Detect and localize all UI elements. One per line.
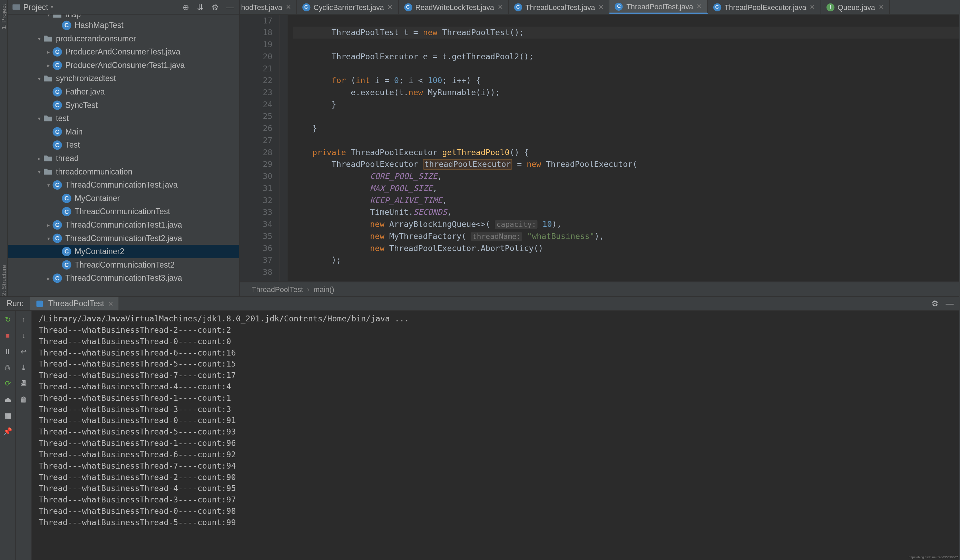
stop-icon[interactable]: ■: [3, 331, 13, 340]
tree-row[interactable]: CMyContainer: [8, 192, 239, 205]
project-panel-title[interactable]: Project ▾: [12, 2, 53, 12]
tree-row[interactable]: ▸CProducerAndConsumerTest1.java: [8, 59, 239, 72]
tree-row[interactable]: CThreadCommunicationTest: [8, 205, 239, 218]
tree-arrow-icon[interactable]: ▸: [45, 222, 52, 228]
tree-row[interactable]: CSyncTest: [8, 99, 239, 112]
code-line[interactable]: MAX_POOL_SIZE,: [293, 182, 959, 195]
trash-icon[interactable]: 🗑: [19, 394, 28, 404]
tree-arrow-icon[interactable]: ▾: [45, 235, 52, 241]
editor-tab[interactable]: CThreadLocalTest.java✕: [509, 0, 610, 14]
close-icon[interactable]: ✕: [878, 3, 884, 11]
tree-row[interactable]: ▾synchronizedtest: [8, 72, 239, 85]
tree-row[interactable]: ▾CThreadCommunicationTest2.java: [8, 232, 239, 245]
code-line[interactable]: new ThreadPoolExecutor.AbortPolicy(): [293, 243, 959, 254]
down-icon[interactable]: ↓: [19, 331, 28, 340]
tree-row[interactable]: CMain: [8, 125, 239, 139]
code-line[interactable]: [293, 38, 959, 51]
code-editor[interactable]: 1718192021222324252627282930313233343536…: [240, 14, 959, 281]
gear-icon[interactable]: ⚙: [930, 298, 940, 309]
code-content[interactable]: ThreadPoolTest t = new ThreadPoolTest();…: [288, 14, 959, 281]
code-line[interactable]: ThreadPoolExecutor e = t.getThreadPool2(…: [293, 51, 959, 63]
tree-arrow-icon[interactable]: ▾: [45, 14, 52, 18]
hide-icon[interactable]: —: [944, 298, 955, 309]
tree-row[interactable]: CThreadCommunicationTest2: [8, 258, 239, 272]
exit-icon[interactable]: ⏏: [3, 394, 13, 404]
tree-arrow-icon[interactable]: ▸: [45, 49, 52, 55]
code-line[interactable]: [293, 62, 959, 75]
layout-icon[interactable]: ▦: [3, 411, 13, 420]
close-icon[interactable]: ✕: [286, 3, 291, 11]
pin-icon[interactable]: 📌: [3, 426, 13, 436]
tree-row[interactable]: ▾threadcommunication: [8, 165, 239, 179]
rerun-icon[interactable]: ↻: [3, 315, 13, 324]
softwrap-icon[interactable]: ↩: [19, 347, 28, 356]
hide-icon[interactable]: —: [224, 2, 235, 13]
scroll-end-icon[interactable]: ⤓: [19, 363, 28, 372]
editor-tab[interactable]: CReadWriteLockTest.java✕: [398, 0, 509, 14]
tree-row[interactable]: ▸CProducerAndConsumerTest.java: [8, 45, 239, 59]
tree-row[interactable]: ▾producerandconsumer: [8, 32, 239, 46]
tree-row[interactable]: ▾map: [8, 14, 239, 19]
tree-arrow-icon[interactable]: ▸: [36, 156, 42, 161]
tree-arrow-icon[interactable]: ▾: [36, 75, 42, 81]
code-line[interactable]: TimeUnit.SECONDS,: [293, 206, 959, 218]
restart-icon[interactable]: ⟳: [3, 379, 13, 388]
code-line[interactable]: [293, 110, 959, 123]
code-line[interactable]: for (int i = 0; i < 100; i++) {: [293, 75, 959, 86]
tree-row[interactable]: CHashMapTest: [8, 19, 239, 32]
tree-arrow-icon[interactable]: ▾: [45, 182, 52, 188]
collapse-icon[interactable]: ⇊: [195, 2, 206, 13]
close-icon[interactable]: ✕: [598, 3, 603, 11]
tree-arrow-icon[interactable]: ▸: [45, 275, 52, 281]
project-tree[interactable]: ▾mapCHashMapTest▾producerandconsumer▸CPr…: [8, 14, 239, 296]
tree-arrow-icon[interactable]: ▾: [36, 35, 42, 41]
tree-arrow-icon[interactable]: ▾: [36, 169, 42, 174]
close-icon[interactable]: ✕: [498, 3, 503, 11]
code-line[interactable]: ThreadPoolExecutor threadPoolExecutor = …: [293, 158, 959, 170]
dump-icon[interactable]: ⎙: [3, 363, 13, 372]
print-icon[interactable]: 🖶: [19, 379, 28, 388]
tree-row[interactable]: ▸CThreadCommunicationTest3.java: [8, 271, 239, 285]
close-icon[interactable]: ✕: [387, 3, 392, 11]
close-icon[interactable]: ✕: [696, 3, 702, 10]
code-line[interactable]: KEEP_ALIVE_TIME,: [293, 195, 959, 207]
tree-arrow-icon[interactable]: ▾: [36, 115, 42, 121]
editor-tab[interactable]: hodTest.java✕: [240, 0, 297, 14]
tree-row[interactable]: ▾test: [8, 112, 239, 125]
breadcrumb-item[interactable]: main(): [313, 285, 334, 293]
tree-row[interactable]: CMyContainer2: [8, 245, 239, 258]
tree-row[interactable]: CFather.java: [8, 85, 239, 99]
gear-icon[interactable]: ⚙: [210, 2, 221, 13]
code-line[interactable]: }: [293, 99, 959, 111]
code-line[interactable]: ThreadPoolTest t = new ThreadPoolTest();: [293, 27, 959, 38]
console-output[interactable]: /Library/Java/JavaVirtualMachines/jdk1.8…: [32, 311, 959, 560]
tree-arrow-icon[interactable]: ▸: [45, 62, 52, 68]
code-line[interactable]: new ArrayBlockingQueue<>( capacity: 10),: [293, 218, 959, 230]
toolstripe-project[interactable]: 1: Project: [0, 4, 7, 29]
toolstripe-structure[interactable]: 2: Structure: [0, 265, 7, 296]
code-line[interactable]: }: [293, 123, 959, 134]
editor-tab[interactable]: IQueue.java✕: [821, 0, 890, 14]
tree-row[interactable]: CTest: [8, 138, 239, 152]
code-line[interactable]: [293, 266, 959, 278]
breadcrumb-item[interactable]: ThreadPoolTest: [252, 285, 303, 293]
code-line[interactable]: new MyThreadFactory( threadName: "whatBu…: [293, 230, 959, 243]
close-icon[interactable]: ✕: [108, 300, 113, 307]
editor-tab[interactable]: CThreadPoolExecutor.java✕: [708, 0, 821, 14]
locate-icon[interactable]: ⊕: [181, 2, 191, 13]
tree-row[interactable]: ▾CThreadCommunicationTest.java: [8, 178, 239, 192]
tree-row[interactable]: ▸thread: [8, 152, 239, 165]
code-line[interactable]: );: [293, 254, 959, 266]
tree-row[interactable]: ▸CThreadCommunicationTest1.java: [8, 218, 239, 232]
code-line[interactable]: [293, 134, 959, 147]
pause-icon[interactable]: ⏸: [3, 347, 13, 356]
close-icon[interactable]: ✕: [810, 3, 815, 11]
editor-tab[interactable]: CCyclicBarrierTest.java✕: [297, 0, 398, 14]
run-config-tab[interactable]: ThreadPoolTest ✕: [30, 297, 120, 310]
code-line[interactable]: e.execute(t.new MyRunnable(i));: [293, 86, 959, 99]
up-icon[interactable]: ↑: [19, 315, 28, 324]
fold-gutter[interactable]: [280, 14, 288, 281]
editor-tab[interactable]: CThreadPoolTest.java✕: [610, 0, 708, 14]
code-line[interactable]: private ThreadPoolExecutor getThreadPool…: [293, 147, 959, 159]
code-line[interactable]: CORE_POOL_SIZE,: [293, 170, 959, 182]
